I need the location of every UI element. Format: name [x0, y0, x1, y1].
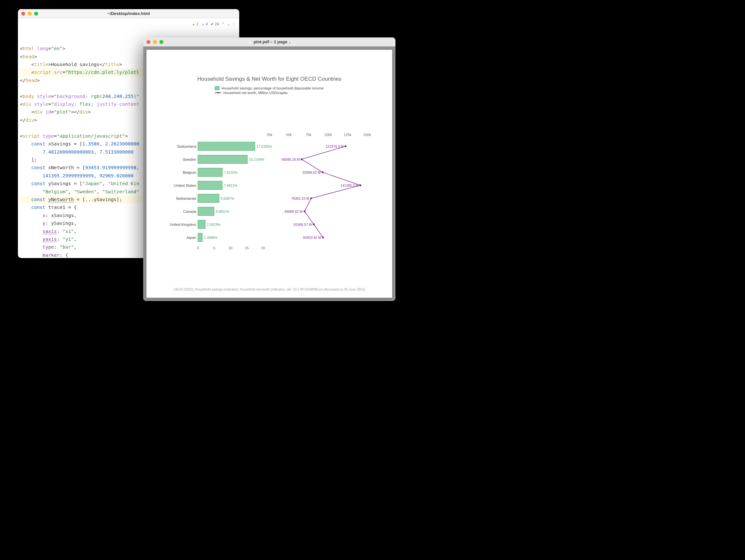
warning-icon: ▲ [192, 20, 195, 28]
editor-titlebar: ~/Desktop/index.html [18, 9, 239, 18]
plot-traffic-lights [147, 40, 163, 44]
x2-axis-tick: 75k [305, 133, 312, 137]
bar-value-label: 7.5133% [224, 170, 237, 174]
chart-area: Switzerland17.5205%Sweden15.2148%Belgium… [165, 99, 374, 285]
category-label: United Kingdom [169, 223, 196, 227]
bar [198, 168, 222, 177]
minimize-icon[interactable] [153, 40, 157, 44]
bar-value-label: 7.4812% [224, 184, 237, 188]
legend-swatch-icon [215, 86, 219, 90]
close-icon[interactable] [147, 40, 150, 44]
networth-point [313, 224, 315, 226]
legend-line-icon [215, 92, 221, 93]
networth-value-label: 93453.92 M [303, 236, 321, 239]
x-axis-tick: 15 [245, 246, 248, 250]
bar [198, 194, 219, 203]
networth-value-label: 122379.3 M [325, 144, 344, 149]
networth-point [300, 159, 302, 160]
bar [198, 181, 222, 190]
source-note: OECD (2015), Household savings (indicato… [173, 288, 365, 291]
minimize-icon[interactable] [28, 12, 32, 15]
chevron-down-icon[interactable]: ⌄ [227, 20, 229, 28]
category-label: Japan [186, 236, 196, 239]
bar-value-label: 17.5205% [256, 144, 272, 149]
x2-axis-tick: 125k [344, 133, 352, 137]
networth-value-label: 92969.02 M [302, 170, 320, 174]
networth-point [322, 236, 324, 238]
zoom-icon[interactable] [160, 40, 163, 44]
legend-item-savings: Household savings, percentage of househo… [215, 86, 324, 90]
bar-value-label: 15.2148% [249, 158, 264, 161]
x2-axis-tick: 100k [324, 133, 332, 137]
x-axis-tick: 0 [197, 246, 198, 250]
weak-warning-count: 4 [206, 20, 208, 28]
networth-value-label: 69889.62 M [285, 209, 302, 213]
networth-value-label: 141395.3 M [340, 184, 358, 188]
networth-value-label: 66090.18 M [282, 158, 299, 161]
bar-value-label: 4.9822% [216, 209, 229, 213]
networth-value-label: 81666.57 M [294, 223, 312, 227]
x2-axis-tick: 25k [266, 133, 272, 137]
bar-value-label: 1.3586% [204, 236, 217, 239]
x-axis-tick: 20 [261, 246, 265, 250]
bar [198, 220, 205, 229]
plot-titlebar: 📄plot.pdf – 1 page⌄ [143, 37, 395, 46]
editor-traffic-lights [21, 12, 38, 15]
x2-axis-tick: 50k [286, 133, 292, 137]
bar [198, 155, 247, 164]
close-icon[interactable] [21, 12, 25, 15]
weak-warning-icon: ▲ [201, 20, 205, 28]
networth-point [359, 185, 361, 187]
x-axis-tick: 10 [228, 246, 232, 250]
category-label: Canada [183, 209, 196, 213]
more-icon[interactable]: ⋮ [232, 20, 236, 28]
category-label: United States [173, 184, 196, 188]
networth-value-label: 78381.53 M [291, 197, 309, 200]
warning-count: 1 [196, 20, 198, 28]
chevron-up-icon[interactable]: ⌃ [222, 20, 224, 28]
category-label: Sweden [183, 158, 196, 161]
networth-point [344, 145, 346, 147]
plot-title[interactable]: 📄plot.pdf – 1 page⌄ [143, 39, 395, 44]
plot-paper: Household Savings & Net Worth for Eight … [147, 50, 392, 298]
legend-label: Household net worth, Million USD/capita [223, 91, 287, 95]
ok-count: 24 [215, 20, 219, 28]
plot-title-text: plot.pdf – 1 page [254, 39, 287, 44]
x2-axis-tick: 150k [363, 133, 371, 137]
category-label: Belgium [183, 170, 196, 174]
plot-frame: Household Savings & Net Worth for Eight … [143, 46, 395, 301]
editor-title: ~/Desktop/index.html [18, 11, 239, 16]
zoom-icon[interactable] [34, 12, 38, 15]
networth-point [310, 198, 312, 199]
bar [198, 142, 255, 151]
plot-window: 📄plot.pdf – 1 page⌄ Household Savings & … [143, 37, 395, 301]
bar [198, 233, 202, 242]
legend-label: Household savings, percentage of househo… [221, 86, 324, 90]
bar [198, 207, 214, 216]
chart-svg: Switzerland17.5205%Sweden15.2148%Belgium… [165, 99, 374, 285]
networth-point [322, 171, 324, 173]
x-axis-tick: 5 [213, 246, 215, 250]
category-label: Switzerland [177, 144, 196, 149]
bar-value-label: 6.5097% [221, 197, 234, 200]
pdf-icon: 📄 [248, 40, 252, 44]
category-label: Netherlands [176, 197, 196, 200]
inspection-widget[interactable]: ▲1 ▲4 ✔24 ⌃ ⌄ ⋮ [192, 20, 236, 28]
legend-item-networth: Household net worth, Million USD/capita [215, 91, 324, 95]
chart-title: Household Savings & Net Worth for Eight … [197, 76, 342, 82]
networth-point [303, 210, 305, 212]
chart-legend: Household savings, percentage of househo… [215, 86, 324, 95]
bar-value-label: 2.2623% [207, 223, 220, 227]
checkmark-icon: ✔ [210, 20, 214, 28]
chevron-down-icon: ⌄ [288, 40, 291, 44]
